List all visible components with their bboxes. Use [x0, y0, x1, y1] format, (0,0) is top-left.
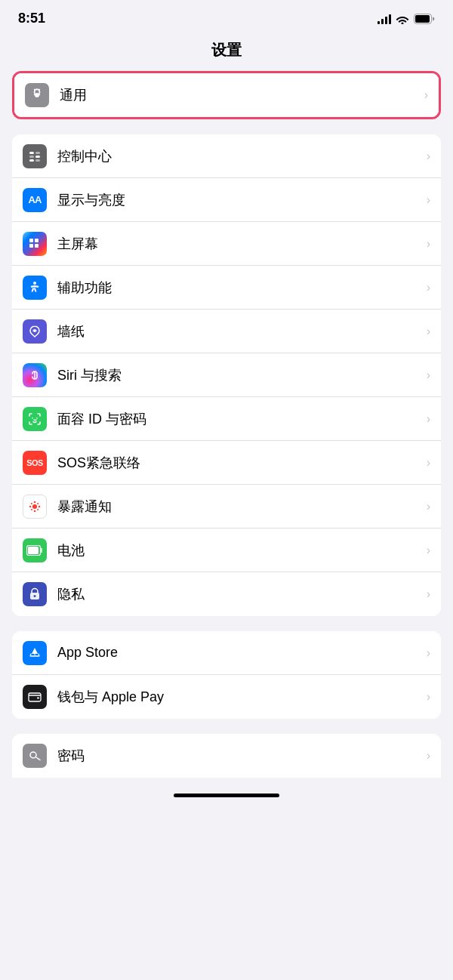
wifi-icon [396, 14, 409, 24]
svg-point-26 [34, 595, 36, 597]
sidebar-item-wallpaper[interactable]: 墙纸 › [12, 310, 441, 353]
section-passwords: 密码 › [12, 734, 441, 778]
home-screen-label: 主屏幕 [57, 235, 421, 253]
chevron-icon: › [427, 237, 430, 251]
svg-point-17 [29, 505, 31, 507]
battery-label: 电池 [57, 541, 421, 559]
wallet-label: 钱包与 Apple Pay [57, 688, 421, 706]
siri-icon [23, 363, 47, 387]
svg-point-12 [33, 282, 36, 285]
sidebar-item-siri[interactable]: Siri 与搜索 › [12, 353, 441, 397]
chevron-icon: › [424, 88, 428, 102]
chevron-icon: › [427, 368, 430, 382]
exposure-label: 暴露通知 [57, 498, 421, 516]
section-highlighted: 通用 › [12, 71, 441, 119]
sidebar-item-wallet[interactable]: 钱包与 Apple Pay › [12, 675, 441, 719]
exposure-icon [23, 495, 47, 519]
svg-point-16 [34, 510, 35, 511]
sidebar-item-display[interactable]: AA 显示与亮度 › [12, 178, 441, 222]
chevron-icon: › [427, 412, 430, 426]
display-icon: AA [23, 188, 47, 212]
svg-rect-10 [29, 244, 33, 248]
sidebar-item-accessibility[interactable]: 辅助功能 › [12, 266, 441, 310]
svg-point-15 [34, 501, 35, 502]
sidebar-item-exposure[interactable]: 暴露通知 › [12, 485, 441, 529]
battery-icon [414, 14, 435, 24]
svg-rect-2 [29, 152, 34, 154]
accessibility-icon [23, 276, 47, 300]
sos-icon: SOS [23, 451, 47, 475]
face-id-icon [23, 407, 47, 431]
chevron-icon: › [427, 149, 430, 163]
general-label: 通用 [60, 86, 418, 104]
svg-rect-28 [37, 698, 39, 699]
status-bar: 8:51 [0, 0, 453, 32]
sidebar-item-home-screen[interactable]: 主屏幕 › [12, 222, 441, 266]
svg-rect-11 [35, 244, 39, 248]
sidebar-item-general[interactable]: 通用 › [14, 73, 439, 117]
svg-point-19 [31, 502, 32, 504]
app-store-icon [23, 641, 47, 665]
key-icon [23, 744, 47, 768]
chevron-icon: › [427, 587, 430, 601]
toggles-icon [23, 144, 47, 168]
sidebar-item-privacy[interactable]: 隐私 › [12, 572, 441, 616]
home-screen-icon [23, 232, 47, 256]
svg-point-18 [39, 505, 40, 507]
display-label: 显示与亮度 [57, 191, 421, 209]
sidebar-item-control-center[interactable]: 控制中心 › [12, 134, 441, 178]
page-title: 设置 [0, 32, 453, 71]
status-icons [378, 14, 435, 24]
sidebar-item-face-id[interactable]: 面容 ID 与密码 › [12, 397, 441, 441]
svg-point-14 [32, 504, 37, 509]
chevron-icon: › [427, 500, 430, 513]
chevron-icon: › [427, 456, 430, 470]
svg-rect-3 [35, 152, 40, 154]
svg-rect-1 [415, 15, 430, 23]
svg-rect-4 [29, 156, 34, 158]
sidebar-item-sos[interactable]: SOS SOS紧急联络 › [12, 441, 441, 485]
svg-rect-7 [35, 159, 40, 162]
chevron-icon: › [427, 281, 430, 294]
chevron-icon: › [427, 749, 430, 763]
privacy-icon [23, 582, 47, 606]
chevron-icon: › [427, 325, 430, 338]
passwords-label: 密码 [57, 747, 421, 765]
sidebar-item-app-store[interactable]: App Store › [12, 631, 441, 675]
sos-label: SOS紧急联络 [57, 454, 421, 472]
chevron-icon: › [427, 690, 430, 704]
privacy-label: 隐私 [57, 585, 421, 603]
siri-label: Siri 与搜索 [57, 366, 421, 384]
sidebar-item-battery[interactable]: 电池 › [12, 529, 441, 572]
svg-rect-6 [29, 159, 34, 162]
svg-rect-27 [29, 693, 41, 701]
section-store: App Store › 钱包与 Apple Pay › [12, 631, 441, 719]
face-id-label: 面容 ID 与密码 [57, 410, 421, 428]
sidebar-item-passwords[interactable]: 密码 › [12, 734, 441, 778]
signal-icon [378, 14, 391, 24]
svg-rect-8 [29, 239, 33, 242]
svg-rect-5 [35, 156, 40, 158]
svg-point-21 [37, 502, 39, 504]
app-store-label: App Store [57, 645, 421, 661]
home-indicator [174, 794, 279, 797]
gear-icon [25, 83, 49, 107]
svg-point-22 [31, 509, 32, 510]
chevron-icon: › [427, 646, 430, 660]
status-time: 8:51 [18, 11, 45, 26]
svg-point-20 [37, 509, 39, 510]
chevron-icon: › [427, 544, 430, 557]
accessibility-label: 辅助功能 [57, 279, 421, 297]
section-system: 控制中心 › AA 显示与亮度 › 主屏幕 › 辅助功能 [12, 134, 441, 616]
wallet-icon [23, 685, 47, 709]
control-center-label: 控制中心 [57, 147, 421, 165]
svg-rect-24 [28, 547, 39, 554]
wallpaper-label: 墙纸 [57, 322, 421, 341]
chevron-icon: › [427, 193, 430, 207]
svg-rect-9 [35, 239, 39, 242]
wallpaper-icon [23, 319, 47, 344]
battery-icon [23, 538, 47, 562]
